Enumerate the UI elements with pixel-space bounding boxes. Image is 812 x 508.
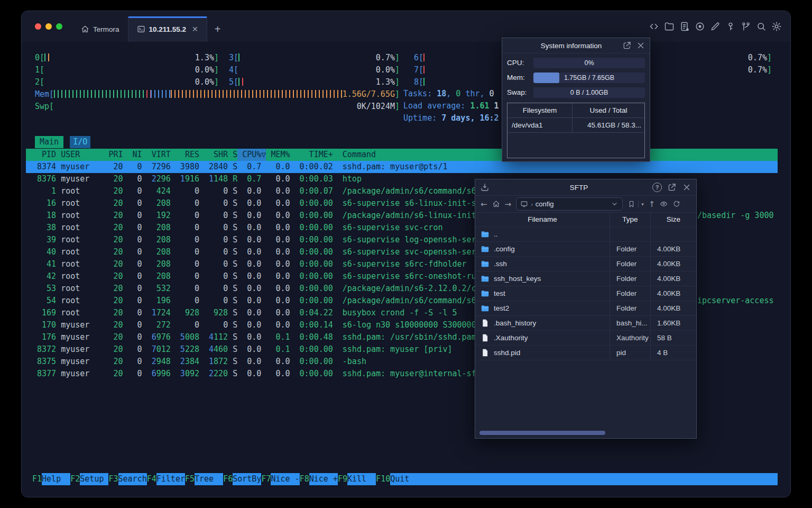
titlebar-icon-strip <box>649 11 782 42</box>
up-directory-icon[interactable]: ↑ <box>649 199 656 209</box>
refresh-icon[interactable] <box>672 200 680 208</box>
bookmark-icon[interactable] <box>628 200 635 208</box>
type-column-header[interactable]: Type <box>610 212 650 226</box>
zoom-window-button[interactable] <box>56 23 62 30</box>
filesystem-row: /dev/vda145.61GB / 58.3... <box>508 118 644 133</box>
fkey-f9[interactable]: F9 <box>338 473 347 485</box>
file-row[interactable]: .XauthorityXauthority58 B <box>475 331 696 346</box>
close-window-button[interactable] <box>35 23 41 30</box>
fkey-f8[interactable]: F8 <box>300 473 309 485</box>
bookmark-control[interactable]: ▾ <box>628 200 644 208</box>
fkey-f5[interactable]: F5 <box>185 473 195 485</box>
file-icon <box>481 333 490 342</box>
close-icon[interactable] <box>636 41 645 50</box>
key-icon[interactable] <box>725 21 736 32</box>
fkey-f3[interactable]: F3 <box>108 473 118 485</box>
folder-icon <box>481 244 490 253</box>
tab-io[interactable]: I/O <box>70 136 90 148</box>
fkey-label-tree[interactable]: Tree <box>195 473 223 485</box>
close-icon[interactable] <box>682 183 691 192</box>
fkey-label-sortby[interactable]: SortBy <box>233 473 261 485</box>
size-column-header[interactable]: Size <box>650 212 696 226</box>
path-breadcrumb[interactable]: › config <box>516 197 623 211</box>
forward-icon[interactable]: → <box>505 199 512 209</box>
folder-icon[interactable] <box>664 21 675 32</box>
file-row[interactable]: sshd.pidpid4 B <box>475 346 696 360</box>
mem-value: 1.75GB / 7.65GB <box>533 72 645 83</box>
download-icon[interactable] <box>480 183 490 192</box>
process-row[interactable]: 8374myuser200729639802840S0.7 0.00:00.02… <box>26 161 778 173</box>
fkey-label-kill[interactable]: Kill <box>347 473 376 485</box>
help-icon[interactable]: ? <box>652 183 662 192</box>
fkey-f4[interactable]: F4 <box>147 473 156 485</box>
function-key-bar: F1HelpF2SetupF3SearchF4FilterF5TreeF6Sor… <box>26 473 778 485</box>
file-row[interactable]: test2Folder4.00KB <box>475 301 696 316</box>
log-icon[interactable] <box>679 21 690 32</box>
bookmark-dropdown-icon[interactable]: ▾ <box>641 202 644 207</box>
fkey-label-search[interactable]: Search <box>118 473 147 485</box>
current-path: config <box>536 200 554 208</box>
back-icon[interactable]: ← <box>481 199 487 209</box>
mem-usage-bar: 1.75GB / 7.65GB <box>533 72 645 83</box>
fkey-label-help[interactable]: Help <box>42 473 70 485</box>
pencil-icon[interactable] <box>710 21 721 32</box>
home-tab-label: Termora <box>93 25 119 33</box>
file-icon <box>481 319 490 328</box>
file-row[interactable]: .configFolder4.00KB <box>475 242 696 257</box>
eye-icon[interactable] <box>660 200 668 208</box>
fkey-f10[interactable]: F10 <box>376 473 390 485</box>
file-row[interactable]: .bash_historybash_hi...1.60KB <box>475 316 696 331</box>
filename-column-header[interactable]: Filename <box>475 212 610 226</box>
filesystem-table-header: Filesystem Used / Total <box>508 103 644 118</box>
record-icon[interactable] <box>695 21 705 32</box>
settings-icon[interactable] <box>771 21 782 32</box>
fkey-label-nice-[interactable]: Nice + <box>309 473 338 485</box>
branch-icon[interactable] <box>741 21 751 32</box>
search-icon[interactable] <box>756 21 767 32</box>
fnbar-filler <box>419 473 778 485</box>
file-table: Filename Type Size ...configFolder4.00KB… <box>475 212 696 427</box>
file-table-header: Filename Type Size <box>475 212 696 227</box>
tab-main[interactable]: Main <box>35 136 63 148</box>
code-icon[interactable] <box>649 21 659 32</box>
fkey-f7[interactable]: F7 <box>261 473 271 485</box>
fkey-label-quit[interactable]: Quit <box>390 473 419 485</box>
folder-icon <box>481 259 490 268</box>
file-row[interactable]: testFolder4.00KB <box>475 286 696 301</box>
home-icon[interactable] <box>492 200 500 208</box>
panel-title: SFTP <box>490 184 652 192</box>
process-table-header[interactable]: PIDUSERPRINIVIRTRESSHRSCPU%▽MEM%TIME+Com… <box>26 149 778 161</box>
cpu-meter-0: 0[1.3%] <box>35 51 219 64</box>
file-row[interactable]: .. <box>475 227 696 242</box>
cpu-meter-4: 4[0.0%] <box>229 64 400 76</box>
fkey-label-filter[interactable]: Filter <box>156 473 185 485</box>
tab-termora-home[interactable]: Termora <box>72 16 128 42</box>
close-tab-icon[interactable]: ✕ <box>192 25 198 33</box>
file-row[interactable]: ssh_host_keysFolder4.00KB <box>475 271 696 286</box>
sort-arrow-icon: ▽ <box>261 149 266 161</box>
htop-screen-tabs: Main I/O <box>35 136 90 148</box>
tab-active-session[interactable]: 10.211.55.2 ✕ <box>128 16 207 42</box>
fkey-label-setup[interactable]: Setup <box>80 473 108 485</box>
monitor-icon <box>520 200 528 208</box>
new-tab-button[interactable]: + <box>207 16 228 42</box>
open-in-new-icon[interactable] <box>667 183 677 192</box>
cpu-meter-1: 1[0.0%] <box>35 64 219 76</box>
chevron-down-icon[interactable] <box>611 200 619 208</box>
filesystem-column-header: Filesystem <box>508 103 572 117</box>
breadcrumb-separator: › <box>531 201 533 207</box>
active-tab-label: 10.211.55.2 <box>149 25 187 33</box>
minimize-window-button[interactable] <box>45 23 52 30</box>
cpu-usage-row: CPU: 0% <box>507 57 645 68</box>
mem-label: Mem: <box>507 74 533 81</box>
cpu-label: CPU: <box>507 59 533 67</box>
mem-usage-row: Mem: 1.75GB / 7.65GB <box>507 72 645 83</box>
fkey-f6[interactable]: F6 <box>223 473 233 485</box>
fkey-f1[interactable]: F1 <box>32 473 42 485</box>
file-row[interactable]: .sshFolder4.00KB <box>475 257 696 271</box>
open-in-new-icon[interactable] <box>622 41 632 50</box>
fkey-label-nice-[interactable]: Nice - <box>271 473 299 485</box>
terminal-icon <box>137 25 145 33</box>
fkey-f2[interactable]: F2 <box>70 473 80 485</box>
horizontal-scrollbar[interactable] <box>479 431 605 435</box>
